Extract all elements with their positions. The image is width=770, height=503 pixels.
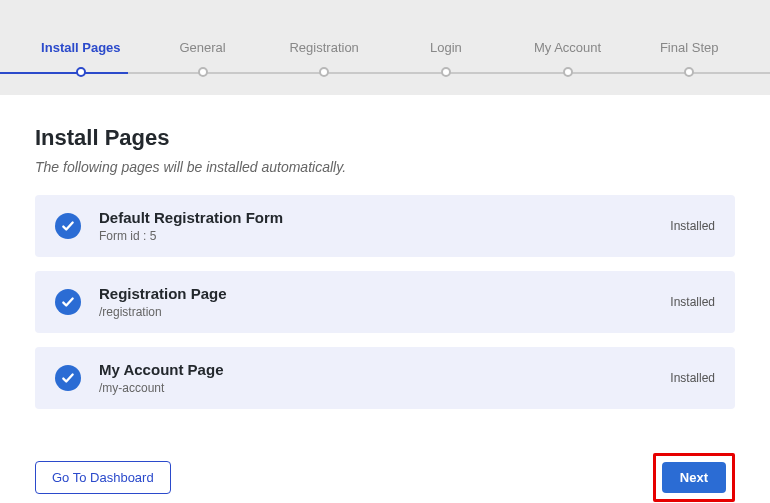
step-label: My Account xyxy=(534,40,601,55)
card-sub: Form id : 5 xyxy=(99,229,670,243)
step-install-pages[interactable]: Install Pages xyxy=(20,0,142,95)
step-dot-icon xyxy=(441,67,451,77)
next-highlight-box: Next xyxy=(653,453,735,502)
step-dot-icon xyxy=(563,67,573,77)
step-final[interactable]: Final Step xyxy=(628,0,750,95)
install-card: Default Registration Form Form id : 5 In… xyxy=(35,195,735,257)
footer: Go To Dashboard Next xyxy=(0,443,770,503)
step-label: Registration xyxy=(289,40,358,55)
card-text: Registration Page /registration xyxy=(99,285,670,319)
card-text: Default Registration Form Form id : 5 xyxy=(99,209,670,243)
step-dot-icon xyxy=(319,67,329,77)
card-sub: /my-account xyxy=(99,381,670,395)
check-icon xyxy=(55,365,81,391)
step-dot-icon xyxy=(76,67,86,77)
step-login[interactable]: Login xyxy=(385,0,507,95)
next-button[interactable]: Next xyxy=(662,462,726,493)
step-progress-done xyxy=(0,72,128,74)
check-icon xyxy=(55,289,81,315)
install-card: Registration Page /registration Installe… xyxy=(35,271,735,333)
card-sub: /registration xyxy=(99,305,670,319)
card-status: Installed xyxy=(670,295,715,309)
card-title: Default Registration Form xyxy=(99,209,670,226)
step-label: Install Pages xyxy=(41,40,120,55)
main-content: Install Pages The following pages will b… xyxy=(0,95,770,443)
step-general[interactable]: General xyxy=(142,0,264,95)
page-subtitle: The following pages will be installed au… xyxy=(35,159,735,175)
card-text: My Account Page /my-account xyxy=(99,361,670,395)
step-registration[interactable]: Registration xyxy=(263,0,385,95)
page-title: Install Pages xyxy=(35,125,735,151)
step-my-account[interactable]: My Account xyxy=(507,0,629,95)
card-title: My Account Page xyxy=(99,361,670,378)
card-title: Registration Page xyxy=(99,285,670,302)
go-to-dashboard-button[interactable]: Go To Dashboard xyxy=(35,461,171,494)
step-dot-icon xyxy=(198,67,208,77)
step-label: Final Step xyxy=(660,40,719,55)
step-dot-icon xyxy=(684,67,694,77)
check-icon xyxy=(55,213,81,239)
step-label: General xyxy=(179,40,225,55)
stepper-bar: Install Pages General Registration Login… xyxy=(0,0,770,95)
step-label: Login xyxy=(430,40,462,55)
stepper: Install Pages General Registration Login… xyxy=(0,0,770,95)
card-status: Installed xyxy=(670,371,715,385)
install-card: My Account Page /my-account Installed xyxy=(35,347,735,409)
card-status: Installed xyxy=(670,219,715,233)
